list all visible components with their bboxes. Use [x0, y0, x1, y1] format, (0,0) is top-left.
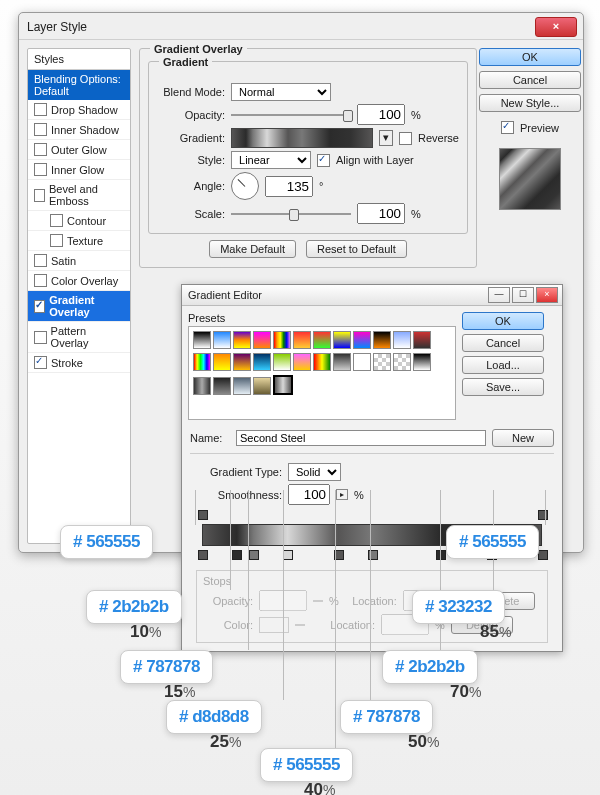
callout-pct: 85% [480, 622, 511, 642]
preview-swatch [499, 148, 561, 210]
callout-hex: # 787878 [340, 700, 433, 734]
color-stop[interactable] [249, 550, 259, 560]
close-button[interactable]: × [535, 17, 577, 37]
gradient-picker[interactable] [231, 128, 373, 148]
titlebar: Layer Style × [19, 13, 583, 40]
smoothness-label: Smoothness: [194, 489, 282, 501]
style-label: Style: [157, 154, 225, 166]
gradient-dropdown-icon[interactable]: ▾ [379, 130, 393, 146]
style-row-gradient-overlay[interactable]: Gradient Overlay [28, 291, 130, 322]
editor-title: Gradient Editor [186, 289, 486, 301]
editor-save-button[interactable]: Save... [462, 378, 544, 396]
opacity-stops[interactable] [202, 508, 542, 520]
callout-wire [545, 490, 546, 525]
align-label: Align with Layer [336, 154, 414, 166]
style-row-inner-glow[interactable]: Inner Glow [28, 160, 130, 180]
style-label: Stroke [51, 357, 83, 369]
callout-pct: 10% [130, 622, 161, 642]
gradient-overlay-group: Gradient Overlay Gradient Blend Mode: No… [139, 48, 477, 268]
callout-pct: 70% [450, 682, 481, 702]
style-label: Color Overlay [51, 275, 118, 287]
stops-label: Stops [203, 575, 541, 587]
smoothness-input[interactable] [288, 484, 330, 505]
style-row-contour[interactable]: Contour [28, 211, 130, 231]
style-checkbox[interactable] [34, 189, 45, 202]
group-legend: Gradient Overlay [150, 43, 247, 55]
styles-header[interactable]: Styles [28, 49, 130, 70]
style-row-texture[interactable]: Texture [28, 231, 130, 251]
stop-color-swatch [259, 617, 289, 633]
blend-mode-select[interactable]: Normal [231, 83, 331, 101]
style-row-inner-shadow[interactable]: Inner Shadow [28, 120, 130, 140]
name-input[interactable] [236, 430, 486, 446]
opacity-input[interactable] [357, 104, 405, 125]
editor-load-button[interactable]: Load... [462, 356, 544, 374]
cancel-button[interactable]: Cancel [479, 71, 581, 89]
color-stop[interactable] [538, 550, 548, 560]
style-checkbox[interactable] [50, 234, 63, 247]
callout-wire [335, 490, 336, 748]
blend-mode-label: Blend Mode: [157, 86, 225, 98]
align-checkbox[interactable] [317, 154, 330, 167]
editor-cancel-button[interactable]: Cancel [462, 334, 544, 352]
style-row-pattern-overlay[interactable]: Pattern Overlay [28, 322, 130, 353]
style-checkbox[interactable] [34, 103, 47, 116]
style-label: Pattern Overlay [51, 325, 124, 349]
color-stop[interactable] [198, 550, 208, 560]
ok-button[interactable]: OK [479, 48, 581, 66]
reset-default-button[interactable]: Reset to Default [306, 240, 407, 258]
minimize-button[interactable]: — [488, 287, 510, 303]
new-style-button[interactable]: New Style... [479, 94, 581, 112]
style-label: Bevel and Emboss [49, 183, 124, 207]
style-checkbox[interactable] [34, 356, 47, 369]
color-stop[interactable] [232, 550, 242, 560]
blending-options-row[interactable]: Blending Options: Default [28, 70, 130, 100]
style-row-outer-glow[interactable]: Outer Glow [28, 140, 130, 160]
callout-hex: # 323232 [412, 590, 505, 624]
style-checkbox[interactable] [34, 163, 47, 176]
style-checkbox[interactable] [34, 300, 45, 313]
editor-ok-button[interactable]: OK [462, 312, 544, 330]
window-title: Layer Style [27, 20, 535, 34]
editor-close-button[interactable]: × [536, 287, 558, 303]
style-checkbox[interactable] [34, 331, 47, 344]
presets-group: Presets [188, 312, 456, 420]
style-row-bevel-and-emboss[interactable]: Bevel and Emboss [28, 180, 130, 211]
chevron-down-icon[interactable]: ▸ [336, 489, 348, 500]
callout-pct: 50% [408, 732, 439, 752]
style-select[interactable]: Linear [231, 151, 311, 169]
color-stop[interactable] [436, 550, 446, 560]
style-checkbox[interactable] [34, 143, 47, 156]
scale-input[interactable] [357, 203, 405, 224]
callout-hex: # d8d8d8 [166, 700, 262, 734]
opacity-stop[interactable] [198, 510, 208, 520]
opacity-stop[interactable] [538, 510, 548, 520]
new-button[interactable]: New [492, 429, 554, 447]
angle-input[interactable] [265, 176, 313, 197]
make-default-button[interactable]: Make Default [209, 240, 296, 258]
reverse-checkbox[interactable] [399, 132, 412, 145]
preview-checkbox[interactable] [501, 121, 514, 134]
callout-wire [440, 490, 441, 650]
style-checkbox[interactable] [34, 123, 47, 136]
style-row-color-overlay[interactable]: Color Overlay [28, 271, 130, 291]
style-checkbox[interactable] [34, 274, 47, 287]
gradient-type-select[interactable]: Solid [288, 463, 341, 481]
style-checkbox[interactable] [34, 254, 47, 267]
callout-hex: # 565555 [60, 525, 153, 559]
style-row-drop-shadow[interactable]: Drop Shadow [28, 100, 130, 120]
color-stop[interactable] [283, 550, 293, 560]
style-checkbox[interactable] [50, 214, 63, 227]
angle-dial[interactable] [231, 172, 259, 200]
opacity-slider[interactable] [231, 109, 351, 121]
style-row-stroke[interactable]: Stroke [28, 353, 130, 373]
callout-wire [283, 490, 284, 700]
scale-slider[interactable] [231, 208, 351, 220]
editor-titlebar: Gradient Editor — ☐ × [182, 285, 562, 306]
callout-wire [248, 490, 249, 650]
maximize-button[interactable]: ☐ [512, 287, 534, 303]
presets-grid[interactable] [188, 326, 456, 420]
style-label: Drop Shadow [51, 104, 118, 116]
gradient-type-label: Gradient Type: [194, 466, 282, 478]
style-row-satin[interactable]: Satin [28, 251, 130, 271]
